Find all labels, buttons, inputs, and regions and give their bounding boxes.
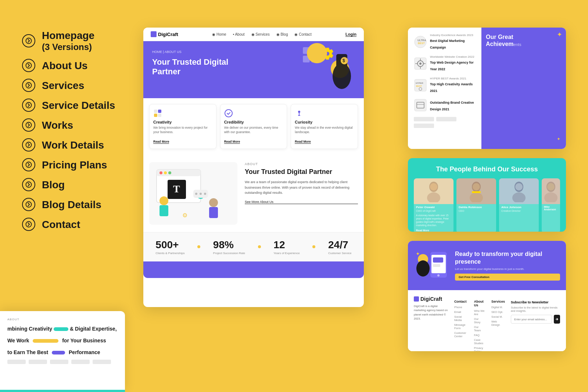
nav-home[interactable]: ◉ Home bbox=[212, 32, 226, 36]
creativity-link[interactable]: Read More bbox=[153, 140, 169, 144]
sidebar-item-homepage[interactable]: Homepage (3 Versions) bbox=[22, 29, 162, 52]
alice-name: Alice Johnson bbox=[499, 204, 539, 210]
blp-bottom-bar bbox=[0, 390, 125, 392]
about-label: ABOUT bbox=[245, 162, 358, 166]
rb-cta-button[interactable]: Get Free Consultation bbox=[455, 274, 560, 281]
stat-succession: 98% Project Succession Rate bbox=[213, 239, 245, 255]
footer-col-services-1: Digital M. bbox=[491, 306, 505, 309]
footer-col-about-title: About Us bbox=[474, 300, 485, 307]
nav-about[interactable]: • About bbox=[233, 32, 245, 36]
newsletter-title: Subscribe to Newsletter bbox=[511, 300, 560, 304]
sparkle-icon-2: ✦ bbox=[557, 136, 560, 142]
award-badge-2 bbox=[414, 57, 427, 70]
credibility-link[interactable]: Read More bbox=[224, 140, 240, 144]
footer-col-services-3: Social M. bbox=[491, 315, 505, 318]
curiosity-icon bbox=[295, 109, 304, 118]
svg-point-41 bbox=[204, 193, 206, 195]
peter-role: CMO of DigiCraft bbox=[414, 210, 453, 214]
svg-rect-78 bbox=[433, 264, 440, 267]
sidebar-item-pricing-plans[interactable]: Pricing Plans bbox=[22, 158, 162, 171]
works-label: Works bbox=[42, 119, 73, 132]
login-button[interactable]: Login bbox=[345, 32, 356, 37]
stat-experience: 12 Years of Experience bbox=[273, 239, 300, 255]
site-logo: DigiCraft bbox=[151, 31, 178, 37]
svg-rect-32 bbox=[159, 205, 168, 216]
svg-point-63 bbox=[470, 192, 483, 202]
dahlia-role: CEO bbox=[456, 210, 496, 214]
footer-desc: DigiCraft is a digital marketing agency … bbox=[414, 304, 448, 321]
sidebar-item-blog-details[interactable]: Blog Details bbox=[22, 198, 162, 211]
about-section: T ⚙ ✓ ABOUT Your Trusted Digi bbox=[143, 155, 364, 232]
purple-footer-bar bbox=[143, 261, 364, 278]
right-mid-preview: The People Behind Our Success Peter Oswa… bbox=[408, 158, 566, 232]
footer-col-contact-support: Customer Center bbox=[454, 331, 468, 338]
svg-rect-77 bbox=[433, 257, 443, 263]
nav-contact[interactable]: ◉ Contact bbox=[294, 32, 311, 36]
footer-col-about-story: Our Story bbox=[474, 317, 485, 324]
svg-point-61 bbox=[430, 183, 437, 190]
peter-read-more[interactable]: Read More bbox=[414, 228, 453, 232]
peter-desc: A visionary leader with over 15 years of… bbox=[414, 214, 453, 228]
about-title: Your Trusted Digital Partner bbox=[245, 168, 358, 176]
footer-col-services: Services Digital M. SEO Opt. Social M. W… bbox=[491, 300, 505, 351]
footer-col-about-who: Who We Are bbox=[474, 309, 485, 316]
svg-point-60 bbox=[427, 192, 440, 202]
awards-list: ULTRA BEST Industry Excellence Awards 20… bbox=[408, 28, 481, 149]
award-row-1: ULTRA BEST Industry Excellence Awards 20… bbox=[414, 33, 475, 50]
award-row-2: Worldwide Website Creation 2022 Top Web … bbox=[414, 55, 475, 72]
nav-arrow-icon bbox=[22, 158, 35, 171]
newsletter-desc: Subscribe to the latest to digital trend… bbox=[511, 306, 560, 313]
service-details-label: Service Details bbox=[42, 99, 115, 112]
sidebar-item-about-us[interactable]: About Us bbox=[22, 59, 162, 72]
svg-point-27 bbox=[164, 171, 167, 174]
newsletter-email-input[interactable] bbox=[511, 315, 552, 324]
svg-point-4 bbox=[26, 122, 32, 128]
sidebar-item-service-details[interactable]: Service Details bbox=[22, 99, 162, 112]
svg-point-6 bbox=[26, 162, 32, 168]
sidebar-item-services[interactable]: Services bbox=[22, 79, 162, 92]
svg-point-76 bbox=[416, 260, 430, 277]
right-top-purple-panel: Our GreatAchievements ✦ ✦ bbox=[481, 28, 566, 149]
svg-point-70 bbox=[544, 192, 557, 202]
peter-name: Peter Oswald bbox=[414, 204, 453, 210]
rb-cta-section: ✦ Ready to transform your digital presen… bbox=[408, 241, 566, 290]
peter-photo bbox=[414, 178, 453, 204]
svg-point-71 bbox=[547, 183, 555, 190]
svg-point-7 bbox=[26, 182, 32, 188]
pricing-plans-label: Pricing Plans bbox=[42, 159, 107, 171]
footer-content: DigiCraft DigiCraft is a digital marketi… bbox=[414, 296, 560, 351]
nav-services[interactable]: ◉ Services bbox=[251, 32, 270, 36]
see-more-link[interactable]: See More About Us bbox=[245, 200, 358, 204]
rb-footer: DigiCraft DigiCraft is a digital marketi… bbox=[408, 290, 566, 351]
footer-col-services-4: Web Design bbox=[491, 320, 505, 327]
team-card-dahlia: Dahlia Robinson CEO bbox=[456, 178, 496, 232]
newsletter-submit-btn[interactable] bbox=[554, 315, 560, 324]
svg-rect-65 bbox=[472, 191, 481, 193]
sidebar-item-works[interactable]: Works bbox=[22, 118, 162, 132]
rb-cta-title: Ready to transform your digital presence bbox=[455, 250, 560, 266]
nav-blog[interactable]: ◉ Blog bbox=[276, 32, 288, 36]
award-badge-4 bbox=[414, 99, 427, 112]
sidebar-item-blog[interactable]: Blog bbox=[22, 178, 162, 191]
svg-rect-25 bbox=[157, 170, 201, 176]
blp-line-1: mbining Creativity & Digital Expertise, bbox=[7, 325, 118, 334]
right-bot-preview: ✦ Ready to transform your digital presen… bbox=[408, 241, 566, 351]
svg-point-22 bbox=[225, 110, 232, 117]
alice-photo bbox=[499, 178, 539, 204]
svg-point-68 bbox=[515, 183, 523, 190]
stat-clients: 500+ Clients & Partnerships bbox=[155, 239, 184, 255]
svg-point-39 bbox=[195, 193, 197, 195]
footer-col-about-faq: FAQ bbox=[474, 334, 485, 337]
about-desc: We are a team of passionate digital expe… bbox=[245, 179, 358, 195]
sidebar-item-contact[interactable]: Contact bbox=[22, 218, 162, 231]
card-creativity: Creativity We bring innovation to every … bbox=[149, 104, 216, 149]
svg-point-31 bbox=[159, 196, 168, 205]
svg-rect-56 bbox=[415, 99, 426, 111]
sidebar-item-work-details[interactable]: Work Details bbox=[22, 138, 162, 152]
curiosity-link[interactable]: Read More bbox=[295, 140, 311, 144]
award-text-1: Industry Excellence Awards 2023 Best Dig… bbox=[430, 33, 475, 50]
work-details-label: Work Details bbox=[42, 139, 104, 152]
stat-number-clients: 500+ bbox=[155, 239, 184, 251]
stat-label-experience: Years of Experience bbox=[273, 252, 300, 255]
blp-label: ABOUT bbox=[7, 318, 118, 321]
